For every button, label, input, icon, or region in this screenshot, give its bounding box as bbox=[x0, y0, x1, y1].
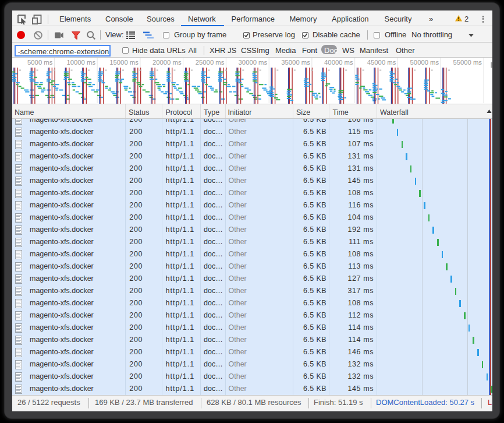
svg-text:15000 ms: 15000 ms bbox=[109, 59, 139, 66]
svg-text:55000 ms: 55000 ms bbox=[453, 59, 482, 66]
svg-text:40000 ms: 40000 ms bbox=[324, 59, 353, 66]
svg-text:35000 ms: 35000 ms bbox=[281, 59, 310, 66]
svg-text:25000 ms: 25000 ms bbox=[196, 59, 225, 66]
svg-text:5000 ms: 5000 ms bbox=[27, 59, 53, 66]
svg-text:20000 ms: 20000 ms bbox=[152, 59, 182, 66]
svg-text:45000 ms: 45000 ms bbox=[367, 59, 396, 66]
svg-text:50000 ms: 50000 ms bbox=[410, 59, 439, 66]
svg-text:10000 ms: 10000 ms bbox=[66, 59, 95, 66]
svg-text:30000 ms: 30000 ms bbox=[239, 59, 268, 66]
